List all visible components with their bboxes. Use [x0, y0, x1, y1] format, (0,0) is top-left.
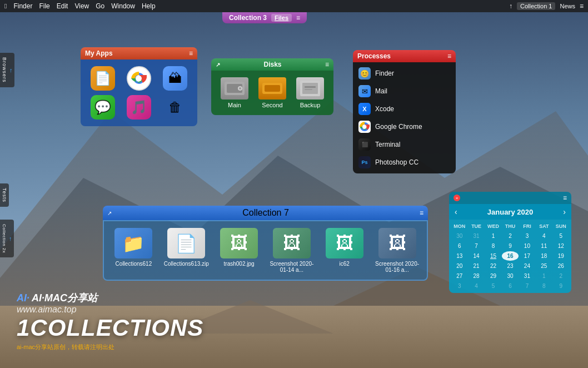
- collection3-files-btn[interactable]: Files: [271, 14, 292, 22]
- cal-day-20[interactable]: 20: [451, 261, 467, 271]
- disk-main[interactable]: Main: [221, 77, 248, 108]
- myapps-title: My Apps: [85, 49, 113, 57]
- file-screenshot2[interactable]: 🖼 Screenshot 2020-01-16 a...: [374, 228, 420, 273]
- col7-open-icon[interactable]: ↗: [107, 210, 112, 216]
- cal-day-23[interactable]: 23: [502, 261, 518, 271]
- apple-menu[interactable]: : [4, 2, 7, 10]
- menubar-hamburger[interactable]: ≡: [580, 2, 584, 10]
- cal-day-7b[interactable]: 7: [519, 281, 535, 291]
- file-collections613zip[interactable]: 📄 Collections613.zip: [163, 228, 210, 267]
- cal-day-6[interactable]: 6: [451, 241, 467, 251]
- cal-day-3[interactable]: 3: [519, 231, 535, 241]
- collection1-label: Collection 1: [520, 3, 552, 9]
- cal-day-9[interactable]: 9: [502, 241, 518, 251]
- calendar-next-btn[interactable]: ›: [563, 207, 566, 216]
- cal-day-2[interactable]: 2: [502, 231, 518, 241]
- cal-day-25[interactable]: 25: [536, 261, 552, 271]
- cal-day-22[interactable]: 22: [485, 261, 501, 271]
- app-preview[interactable]: 🏔: [159, 66, 191, 91]
- cal-day-28[interactable]: 28: [468, 271, 484, 281]
- file-trash002jpg[interactable]: 🖼 trash002.jpg: [216, 228, 262, 267]
- cal-day-4[interactable]: 4: [536, 231, 552, 241]
- file-screenshot1[interactable]: 🖼 Screenshot 2020-01-14 a...: [268, 228, 315, 273]
- credit-text: ai-mac分享站原创，转载请注明出处: [17, 341, 203, 351]
- cal-day-8[interactable]: 8: [485, 241, 501, 251]
- calendar-close-btn[interactable]: ×: [454, 195, 460, 201]
- cal-day-8b[interactable]: 8: [536, 281, 552, 291]
- cal-day-2b[interactable]: 2: [553, 271, 569, 281]
- cal-day-18[interactable]: 18: [536, 251, 552, 261]
- cal-day-17[interactable]: 17: [519, 251, 535, 261]
- menu-view[interactable]: View: [74, 2, 89, 10]
- cal-day-24[interactable]: 24: [519, 261, 535, 271]
- disk-backup[interactable]: Backup: [296, 77, 324, 108]
- menu-help[interactable]: Help: [142, 2, 156, 10]
- file-ic62[interactable]: 🖼 ic62: [321, 228, 367, 267]
- col7-menu-icon[interactable]: ≡: [420, 209, 423, 217]
- cal-day-29[interactable]: 29: [485, 271, 501, 281]
- process-finder[interactable]: 😊 Finder: [353, 64, 456, 82]
- cal-day-21[interactable]: 21: [468, 261, 484, 271]
- cal-day-31b[interactable]: 31: [519, 271, 535, 281]
- disks-open-icon[interactable]: ↗: [216, 62, 220, 68]
- cal-day-6b[interactable]: 6: [502, 281, 518, 291]
- myapps-menu-icon[interactable]: ≡: [189, 49, 193, 57]
- sidebar-tests[interactable]: Tests: [0, 183, 9, 207]
- cal-header-fri: FRI: [519, 222, 535, 231]
- process-xcode[interactable]: X Xcode: [353, 100, 456, 118]
- cal-day-30a[interactable]: 30: [451, 231, 467, 241]
- disk-backup-icon: [296, 77, 324, 100]
- menu-finder[interactable]: Finder: [13, 2, 32, 10]
- cal-day-4b[interactable]: 4: [468, 281, 484, 291]
- collection3-menu-icon[interactable]: ≡: [296, 14, 300, 22]
- cal-day-19[interactable]: 19: [553, 251, 569, 261]
- sidebar-browsers[interactable]: ↑ Browsers: [0, 53, 14, 87]
- menu-file[interactable]: File: [39, 2, 49, 10]
- cal-day-5b[interactable]: 5: [485, 281, 501, 291]
- app-trash[interactable]: 🗑: [159, 95, 191, 120]
- ai-prefix: AI·: [17, 292, 29, 304]
- cal-day-31a[interactable]: 31: [468, 231, 484, 241]
- cal-day-3b[interactable]: 3: [451, 281, 467, 291]
- cal-day-12[interactable]: 12: [553, 241, 569, 251]
- disks-menu-icon[interactable]: ≡: [325, 61, 329, 68]
- googlechrome-label: Google Chrome: [375, 123, 422, 131]
- process-mail[interactable]: ✉ Mail: [353, 82, 456, 100]
- file-collections612[interactable]: 📁 Collections612: [111, 228, 157, 267]
- collection1-badge[interactable]: Collection 1: [517, 2, 555, 10]
- cal-day-1b[interactable]: 1: [536, 271, 552, 281]
- cal-day-10[interactable]: 10: [519, 241, 535, 251]
- cal-day-13[interactable]: 13: [451, 251, 467, 261]
- share-icon[interactable]: ↑: [509, 2, 512, 10]
- menu-window[interactable]: Window: [111, 2, 135, 10]
- app-pages[interactable]: 📄: [87, 66, 119, 91]
- processes-menu-icon[interactable]: ≡: [447, 52, 451, 60]
- menu-go[interactable]: Go: [96, 2, 104, 10]
- calendar-menu-icon[interactable]: ≡: [563, 194, 567, 202]
- app-music[interactable]: 🎵: [123, 95, 155, 120]
- calendar-prev-btn[interactable]: ‹: [455, 207, 457, 216]
- cal-day-30b[interactable]: 30: [502, 271, 518, 281]
- sidebar-collection2x[interactable]: ↑ Collection 2x: [0, 220, 14, 257]
- disks-header: ↗ Disks ≡: [211, 58, 333, 71]
- cal-day-27[interactable]: 27: [451, 271, 467, 281]
- cal-day-26[interactable]: 26: [553, 261, 569, 271]
- cal-day-11[interactable]: 11: [536, 241, 552, 251]
- finder-label: Finder: [375, 69, 394, 77]
- news-label[interactable]: News: [560, 3, 575, 9]
- process-photoshop[interactable]: Ps Photoshop CC: [353, 153, 456, 171]
- cal-day-15[interactable]: 15: [485, 251, 501, 261]
- menu-edit[interactable]: Edit: [57, 2, 68, 10]
- app-messages[interactable]: 💬: [87, 95, 119, 120]
- chrome-icon: [127, 66, 151, 91]
- app-chrome[interactable]: [123, 66, 155, 91]
- cal-day-16-today[interactable]: 16: [502, 251, 518, 261]
- cal-day-7[interactable]: 7: [468, 241, 484, 251]
- disk-second[interactable]: Second: [258, 77, 286, 108]
- cal-day-1[interactable]: 1: [485, 231, 501, 241]
- cal-day-14[interactable]: 14: [468, 251, 484, 261]
- cal-day-5[interactable]: 5: [553, 231, 569, 241]
- process-terminal[interactable]: ⬛ Terminal: [353, 136, 456, 153]
- cal-day-9b[interactable]: 9: [553, 281, 569, 291]
- process-chrome[interactable]: Google Chrome: [353, 118, 456, 136]
